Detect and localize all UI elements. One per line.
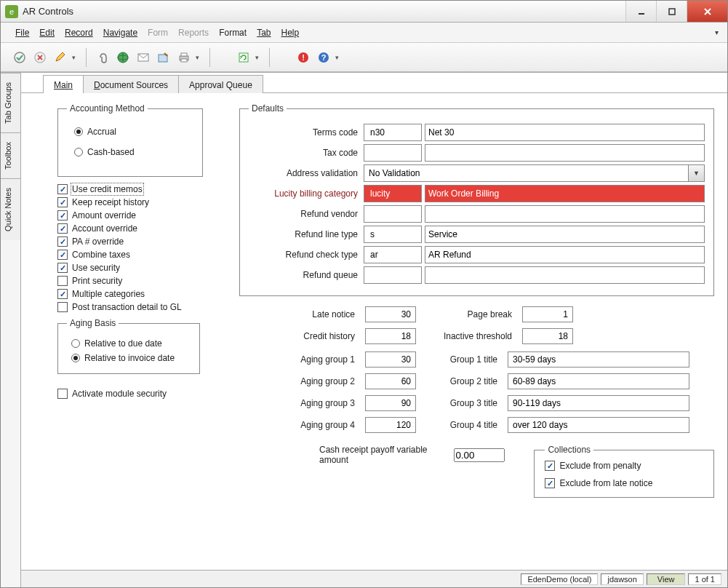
address-validation-combo[interactable]: ▼	[364, 164, 705, 182]
refund-line-type-combo[interactable]: ▼	[364, 226, 422, 243]
lbl-g1-title: Group 1 title	[422, 354, 502, 365]
minimize-button[interactable]	[625, 1, 656, 22]
svg-rect-16	[239, 53, 248, 62]
chk-use-credit-memos[interactable]: Use credit memos	[57, 183, 225, 196]
page-break-input[interactable]	[522, 306, 573, 322]
address-validation-input[interactable]	[364, 165, 688, 181]
menu-record[interactable]: Record	[65, 28, 93, 38]
tab-main[interactable]: Main	[43, 75, 84, 93]
chk-exclude-penalty[interactable]: Exclude from penalty	[545, 459, 703, 472]
lucity-billing-combo[interactable]: ⋯	[364, 185, 422, 202]
svg-text:!: !	[302, 53, 305, 62]
close-button[interactable]	[687, 1, 727, 22]
cash-receipt-input[interactable]	[454, 448, 505, 462]
credit-history-input[interactable]	[365, 328, 416, 344]
g3-title-input[interactable]	[508, 395, 689, 411]
refund-queue-combo[interactable]: ▼	[364, 266, 422, 284]
refund-vendor-combo[interactable]: ⋯	[364, 205, 422, 223]
side-tab-toolbox[interactable]: Toolbox	[1, 132, 20, 178]
mail-icon[interactable]	[135, 49, 152, 66]
refund-check-type-desc[interactable]	[425, 246, 705, 263]
edit-dropdown-icon[interactable]: ▾	[72, 54, 76, 61]
window-title: AR Controls	[23, 6, 625, 17]
chk-exclude-late-notice[interactable]: Exclude from late notice	[545, 477, 703, 490]
attachment-icon[interactable]	[94, 49, 111, 66]
alert-icon[interactable]: !	[295, 49, 312, 66]
refresh-icon[interactable]	[235, 49, 252, 66]
radio-cash-based[interactable]: Cash-based	[74, 147, 193, 157]
aging-g1-input[interactable]	[365, 351, 416, 368]
terms-code-desc[interactable]	[425, 124, 705, 141]
chk-pa-override[interactable]: PA # override	[57, 235, 225, 248]
lbl-refund-vendor: Refund vendor	[249, 209, 364, 219]
lbl-tax-code: Tax code	[249, 148, 364, 158]
menu-navigate[interactable]: Navigate	[103, 28, 137, 38]
tax-code-desc[interactable]	[425, 144, 705, 162]
maximize-button[interactable]	[656, 1, 687, 22]
reject-icon[interactable]	[31, 49, 49, 66]
chk-multiple-categories[interactable]: Multiple categories	[57, 287, 225, 301]
refund-vendor-desc[interactable]	[425, 205, 705, 223]
refund-queue-desc[interactable]	[425, 266, 705, 284]
menu-bar: File Edit Record Navigate Form Reports F…	[1, 23, 727, 43]
collections-legend: Collections	[545, 445, 593, 455]
g4-title-input[interactable]	[508, 417, 689, 433]
chk-activate-module-security[interactable]: Activate module security	[57, 387, 225, 400]
side-tab-groups[interactable]: Tab Groups	[1, 73, 20, 132]
note-icon[interactable]	[155, 49, 172, 66]
help-icon[interactable]: ?	[315, 49, 332, 66]
help-dropdown-icon[interactable]: ▾	[335, 54, 339, 61]
lbl-inactive-threshold: Inactive threshold	[422, 331, 516, 341]
side-tab-quick-notes[interactable]: Quick Notes	[1, 178, 20, 240]
status-record: 1 of 1	[688, 573, 721, 585]
terms-code-combo[interactable]: ▼	[364, 124, 422, 141]
menu-format[interactable]: Format	[219, 28, 247, 38]
inactive-threshold-input[interactable]	[522, 328, 573, 344]
status-db: EdenDemo (local)	[521, 573, 598, 585]
svg-text:?: ?	[321, 53, 327, 62]
globe-icon[interactable]	[114, 49, 132, 66]
tab-approval-queue[interactable]: Approval Queue	[178, 75, 263, 93]
print-dropdown-icon[interactable]: ▾	[196, 54, 199, 61]
refund-check-type-combo[interactable]: ▼	[364, 246, 422, 263]
aging-g4-input[interactable]	[365, 417, 416, 433]
approve-icon[interactable]	[11, 49, 28, 66]
refund-line-type-desc[interactable]	[425, 226, 705, 243]
tax-code-combo[interactable]: ▼	[364, 144, 422, 162]
menu-tab[interactable]: Tab	[257, 28, 271, 38]
g2-title-input[interactable]	[508, 373, 689, 389]
aging-g3-input[interactable]	[365, 395, 416, 411]
chk-print-security[interactable]: Print security	[57, 274, 225, 287]
svg-rect-15	[181, 59, 187, 62]
status-mode: View	[647, 573, 686, 585]
edit-icon[interactable]	[52, 49, 69, 66]
radio-relative-due[interactable]: Relative to due date	[71, 338, 191, 349]
tab-document-sources[interactable]: Document Sources	[83, 75, 179, 93]
lbl-aging-g3: Aging group 3	[239, 398, 359, 408]
lbl-page-break: Page break	[422, 309, 516, 319]
lbl-lucity-billing: Lucity billing category	[249, 188, 364, 199]
radio-relative-invoice[interactable]: Relative to invoice date	[71, 353, 191, 363]
chk-keep-receipt-history[interactable]: Keep receipt history	[57, 196, 225, 209]
menu-file[interactable]: File	[15, 28, 29, 38]
menu-edit[interactable]: Edit	[39, 28, 55, 38]
menu-help[interactable]: Help	[281, 28, 300, 38]
g1-title-input[interactable]	[508, 351, 689, 368]
svg-rect-14	[181, 53, 187, 56]
chk-use-security[interactable]: Use security	[57, 261, 225, 274]
chk-combine-taxes[interactable]: Combine taxes	[57, 248, 225, 261]
chk-account-override[interactable]: Account override	[57, 222, 225, 235]
lbl-aging-g2: Aging group 2	[239, 376, 359, 386]
radio-accrual[interactable]: Accrual	[74, 127, 193, 137]
lucity-billing-desc[interactable]	[425, 185, 705, 202]
print-icon[interactable]	[175, 49, 193, 66]
chk-post-transaction-detail[interactable]: Post transaction detail to GL	[57, 301, 225, 314]
refresh-dropdown-icon[interactable]: ▾	[255, 54, 259, 61]
menu-overflow[interactable]: ▾	[715, 28, 719, 36]
accounting-method-legend: Accounting Method	[67, 103, 148, 114]
chk-amount-override[interactable]: Amount override	[57, 209, 225, 222]
aging-g2-input[interactable]	[365, 373, 416, 389]
late-notice-input[interactable]	[365, 306, 416, 322]
lbl-g2-title: Group 2 title	[422, 376, 502, 386]
chevron-down-icon[interactable]: ▼	[688, 165, 704, 181]
